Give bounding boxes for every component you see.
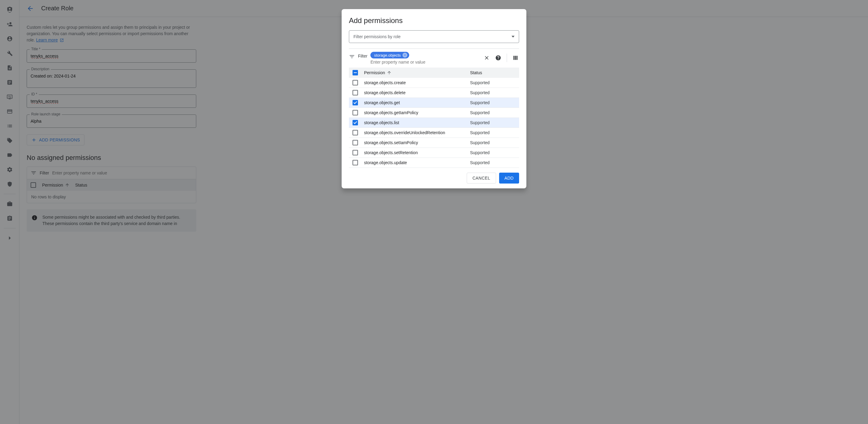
permission-name: storage.objects.getIamPolicy <box>364 110 465 115</box>
permission-row[interactable]: storage.objects.create Supported <box>349 78 519 88</box>
modal-overlay[interactable]: Add permissions Filter permissions by ro… <box>0 0 868 424</box>
row-checkbox[interactable] <box>352 110 358 115</box>
permission-row[interactable]: storage.objects.getIamPolicy Supported <box>349 108 519 118</box>
permission-name: storage.objects.create <box>364 80 465 85</box>
row-checkbox[interactable] <box>352 140 358 145</box>
dialog-col-status[interactable]: Status <box>470 70 516 75</box>
permission-name: storage.objects.overrideUnlockedRetentio… <box>364 130 465 135</box>
role-select-placeholder: Filter permissions by role <box>353 34 401 39</box>
dialog-filter-row: Filter storage.objects <box>349 49 519 67</box>
clear-filter-icon[interactable] <box>484 55 490 61</box>
columns-icon[interactable] <box>513 55 519 61</box>
dialog-filter-label: Filter <box>358 54 367 58</box>
add-button[interactable]: ADD <box>499 173 519 184</box>
permission-status: Supported <box>470 130 516 135</box>
permission-name: storage.objects.delete <box>364 90 465 95</box>
permission-row[interactable]: storage.objects.setIamPolicy Supported <box>349 138 519 148</box>
permission-name: storage.objects.setIamPolicy <box>364 140 465 145</box>
permission-status: Supported <box>470 150 516 155</box>
row-checkbox[interactable] <box>352 160 358 165</box>
dialog-select-all-checkbox[interactable] <box>352 70 358 75</box>
row-checkbox[interactable] <box>352 150 358 155</box>
permission-name: storage.objects.update <box>364 160 465 165</box>
row-checkbox[interactable] <box>352 130 358 135</box>
permission-status: Supported <box>470 140 516 145</box>
dialog-footer: CANCEL ADD <box>342 168 526 188</box>
filter-icon <box>349 54 355 60</box>
filter-chip[interactable]: storage.objects <box>370 52 409 58</box>
permission-status: Supported <box>470 80 516 85</box>
permission-row[interactable]: storage.objects.overrideUnlockedRetentio… <box>349 128 519 138</box>
add-permissions-dialog: Add permissions Filter permissions by ro… <box>342 9 526 188</box>
permission-status: Supported <box>470 160 516 165</box>
dropdown-arrow-icon <box>512 36 515 37</box>
permission-status: Supported <box>470 90 516 95</box>
help-icon[interactable] <box>495 55 501 61</box>
separator <box>507 54 507 62</box>
permission-name: storage.objects.get <box>364 100 465 105</box>
property-input[interactable] <box>370 60 437 64</box>
dialog-title: Add permissions <box>342 9 526 30</box>
sort-arrow-icon <box>387 70 392 75</box>
permission-row[interactable]: storage.objects.setRetention Supported <box>349 148 519 158</box>
permission-status: Supported <box>470 110 516 115</box>
permission-row[interactable]: storage.objects.update Supported <box>349 158 519 168</box>
chip-text: storage.objects <box>374 53 401 58</box>
permission-row[interactable]: storage.objects.delete Supported <box>349 88 519 98</box>
permission-name: storage.objects.list <box>364 120 465 125</box>
permission-row[interactable]: storage.objects.get Supported <box>349 98 519 108</box>
row-checkbox[interactable] <box>352 80 358 85</box>
row-checkbox[interactable] <box>352 90 358 95</box>
row-checkbox[interactable] <box>352 120 358 125</box>
dialog-table-header: Permission Status <box>349 67 519 78</box>
permission-status: Supported <box>470 120 516 125</box>
row-checkbox[interactable] <box>352 100 358 105</box>
dialog-col-permission[interactable]: Permission <box>364 70 465 75</box>
chip-remove-icon[interactable] <box>403 53 407 58</box>
permission-status: Supported <box>470 100 516 105</box>
permission-name: storage.objects.setRetention <box>364 150 465 155</box>
filter-by-role-select[interactable]: Filter permissions by role <box>349 30 519 43</box>
permission-row[interactable]: storage.objects.list Supported <box>349 118 519 128</box>
cancel-button[interactable]: CANCEL <box>467 173 496 184</box>
